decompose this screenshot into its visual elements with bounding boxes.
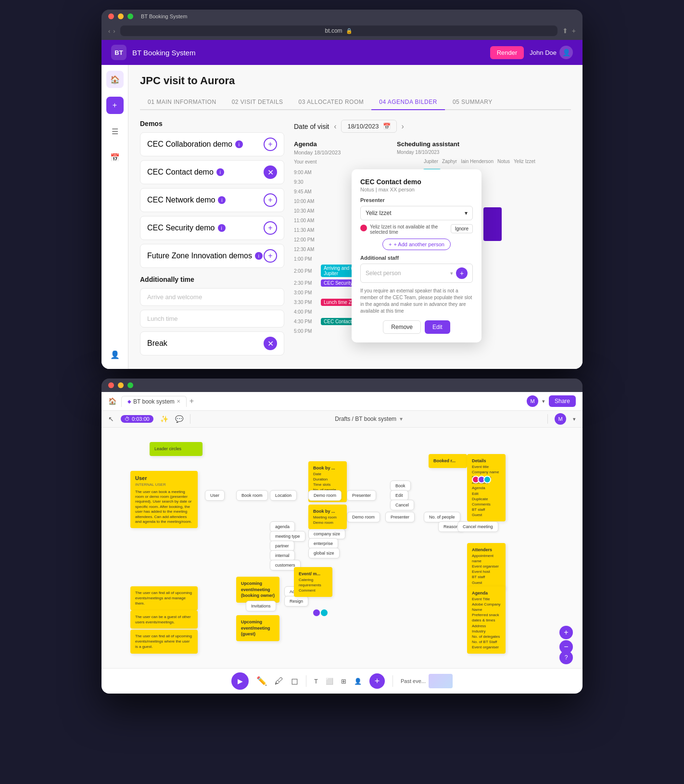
warning-dot [360,225,367,231]
ignore-button[interactable]: Ignore [451,224,473,233]
sidebar-item-add[interactable]: + [106,97,124,114]
close-btn-2[interactable] [108,382,114,388]
sidebar-item-user[interactable]: 👤 [106,346,124,363]
flow-edit[interactable]: Edit [390,490,408,501]
flow-user[interactable]: User [205,490,225,501]
tab-allocated-room[interactable]: 03 ALLOCATED ROOM [291,95,372,110]
canvas-help[interactable]: ? [559,651,573,664]
edit-button[interactable]: Edit [425,320,450,334]
flow-cancel[interactable]: Cancel [390,500,414,510]
share-dropdown[interactable]: ▾ [542,398,545,405]
remove-break-btn[interactable]: ✕ [264,337,277,350]
demo-name: CEC Collaboration demo [147,140,232,149]
flow-book[interactable]: Book [390,481,411,491]
add-demo-btn[interactable]: + [264,249,277,263]
tool-frame[interactable]: ⬜ [326,678,333,685]
remove-button[interactable]: Remove [383,320,421,334]
flow-partner[interactable]: partner [270,541,294,551]
sticky-upcoming-3[interactable]: The user can find all of upcoming events… [130,630,198,654]
toolbar-avatar-dropdown[interactable]: ▾ [573,416,576,422]
toolbar-cursor[interactable]: ↖ [108,415,114,423]
sticky-agenda-right[interactable]: Agenda Event Title Adobe Company Name Pr… [467,586,506,654]
minimize-btn-2[interactable] [118,382,124,388]
render-button[interactable]: Render [490,46,524,59]
date-next[interactable]: › [402,122,404,131]
flow-demo-room[interactable]: Demo room [308,490,342,501]
url-input[interactable]: bt.com 🔒 [120,25,557,36]
add-btn[interactable]: + [369,673,385,689]
tool-marker[interactable]: 🖊 [275,676,283,686]
sticky-booked-r[interactable]: Booked r... [429,454,467,468]
tool-text[interactable]: T [314,678,318,685]
presenter-label: Presenter [360,197,473,203]
share-icon[interactable]: ⬆ [562,27,568,35]
add-staff-btn[interactable]: + [456,267,468,279]
play-btn[interactable]: ▶ [231,672,249,690]
flow-demo-room-2[interactable]: Demo room [347,512,380,522]
sticky-upcoming-event-2[interactable]: Upcoming event/meeting (guest) [236,615,279,641]
tab-close-icon[interactable]: ✕ [177,399,180,404]
tab-agenda-bilder[interactable]: 04 AGENDA BILDER [371,95,445,110]
flow-internal[interactable]: internal [270,550,295,561]
user-avatar[interactable]: 👤 [559,46,573,59]
sticky-details[interactable]: Details Event title Company name Descrip… [467,454,506,521]
tool-pencil[interactable]: ✏️ [256,676,267,686]
presenter-dropdown[interactable]: Yeliz Izzet ▾ [360,206,473,220]
flow-cancel-meeting[interactable]: Cancel meeting [457,521,498,532]
flow-presenter[interactable]: Presenter [347,490,376,501]
sticky-book-by-2[interactable]: Book by ... Meeting room Demo room [308,505,347,529]
flow-presenter-2[interactable]: Presenter [385,512,415,522]
past-event-section[interactable]: Past eve... [401,674,453,688]
close-btn[interactable] [108,13,114,19]
flow-invitations[interactable]: Invitations [246,601,276,611]
flow-no-of-people[interactable]: No. of people [424,512,460,522]
minimize-btn[interactable] [118,13,124,19]
tool-eraser[interactable]: ◻ [291,676,298,686]
sidebar-item-list[interactable]: ☰ [106,123,124,140]
sticky-user[interactable]: User INTERNAL USER The user can book a m… [130,471,198,528]
chevron-down-icon[interactable]: ▾ [400,416,403,422]
sticky-event-m[interactable]: Event/ m... Catering requirements Commen… [294,567,332,597]
figjam-tab-active[interactable]: ◆ BT book system ✕ [121,396,187,407]
back-arrow[interactable]: ‹ [108,27,110,35]
sticky-leader-circles[interactable]: Leader circles [150,442,203,456]
home-icon[interactable]: 🏠 [108,397,116,405]
tab-visit-details[interactable]: 02 VISIT DETAILS [224,95,291,110]
tool-stamp[interactable]: 👤 [354,678,362,685]
maximize-btn[interactable] [127,13,133,19]
tab-main-info[interactable]: 01 MAIN INFORMATION [140,95,224,110]
sticky-upcoming-event-1[interactable]: Upcoming event/meeting (booking owner) [236,577,279,603]
add-demo-btn[interactable]: + [264,138,277,151]
toolbar-magic[interactable]: ✨ [160,415,168,423]
flow-enterprise[interactable]: enterprise [308,538,338,549]
add-person-button[interactable]: + + Add another person [382,239,451,250]
flow-agenda[interactable]: agenda [270,521,295,532]
app-name-label: BT Booking System [141,13,187,19]
share-button[interactable]: Share [549,395,576,407]
maximize-btn-2[interactable] [127,382,133,388]
tab-summary[interactable]: 05 SUMMARY [445,95,500,110]
tool-grid[interactable]: ⊞ [341,678,346,685]
new-tab-icon[interactable]: + [572,27,576,35]
flow-meeting-type[interactable]: meeting type [270,531,305,542]
canvas-zoom-in[interactable]: + [559,626,573,639]
figjam-canvas[interactable]: Leader circles User INTERNAL USER The us… [101,428,583,668]
sticky-attenders[interactable]: Attenders Appointment name Event organis… [467,543,506,589]
flow-global-size[interactable]: global size [308,548,340,558]
sidebar-item-home[interactable]: 🏠 [106,71,124,88]
flow-location[interactable]: Location [270,490,297,501]
new-tab-btn[interactable]: + [190,397,194,405]
forward-arrow[interactable]: › [113,27,115,35]
flow-resign[interactable]: Resign [284,596,308,607]
add-demo-btn[interactable]: + [264,221,277,235]
add-demo-btn[interactable]: + [264,193,277,207]
sticky-upcoming-1[interactable]: The user can find all of upcoming events… [130,586,198,610]
date-picker[interactable]: 18/10/2023 📅 [341,120,396,133]
sticky-upcoming-2[interactable]: The user can be a guest of other users e… [130,610,198,629]
flow-book-room[interactable]: Book room [236,490,268,501]
date-prev[interactable]: ‹ [334,122,336,131]
add-demo-btn[interactable]: ✕ [264,165,277,179]
toolbar-comment[interactable]: 💬 [175,415,183,423]
flow-company-size[interactable]: company size [308,529,345,539]
sidebar-item-calendar[interactable]: 📅 [106,149,124,166]
